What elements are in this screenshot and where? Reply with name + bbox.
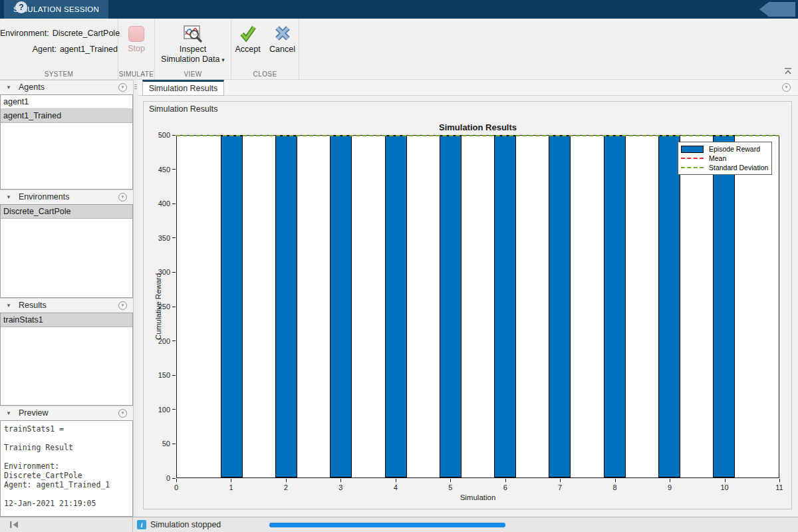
cancel-x-icon	[274, 25, 291, 42]
agent-label: Agent:	[0, 41, 57, 57]
collapse-panel-icon[interactable]	[9, 521, 19, 529]
x-tick-mark	[670, 479, 670, 482]
legend-entry: Episode Reward	[681, 144, 769, 154]
panel-actions-icon[interactable]: ▼	[118, 83, 127, 92]
minimize-toolstrip-icon[interactable]	[783, 67, 793, 75]
stop-button[interactable]: Stop	[118, 26, 154, 53]
x-tick-label: 11	[766, 483, 793, 491]
environment-value: Discrete_CartPole	[53, 25, 120, 41]
environment-row: Environment: Discrete_CartPole	[0, 25, 118, 41]
bar-episode-reward	[604, 136, 626, 477]
bar-episode-reward	[330, 136, 352, 477]
help-button[interactable]	[759, 2, 795, 17]
x-tick-mark	[560, 479, 561, 482]
document-area: Simulation Results ▼ Simulation Results …	[138, 80, 798, 517]
sidebar-splitter[interactable]	[133, 80, 138, 517]
document-tab-bar: Simulation Results ▼	[138, 80, 798, 96]
toolstrip: Environment: Discrete_CartPole Agent: ag…	[0, 19, 798, 80]
x-tick-label: 8	[602, 483, 628, 491]
simulation-results-panel-title: Simulation Results	[144, 102, 791, 116]
results-panel-header[interactable]: ▼ Results ▼	[0, 298, 133, 313]
bar-episode-reward	[440, 136, 462, 477]
agents-panel-header[interactable]: ▼ Agents ▼	[0, 80, 133, 94]
y-tick-mark	[172, 340, 176, 341]
simulation-results-chart: Simulation Results Cumulative Reward 050…	[144, 116, 791, 509]
y-tick-mark	[172, 135, 176, 136]
list-item[interactable]: trainStats1	[1, 313, 132, 327]
y-tick-mark	[172, 375, 176, 376]
x-tick-label: 1	[217, 483, 244, 491]
list-item[interactable]: agent1	[1, 95, 132, 109]
status-message: Simulation stopped	[150, 520, 221, 529]
agents-list: agent1agent1_Trained	[0, 94, 133, 190]
environments-panel-header[interactable]: ▼ Environments ▼	[0, 190, 133, 204]
list-item[interactable]: agent1_Trained	[1, 109, 132, 123]
panel-actions-icon[interactable]: ▼	[118, 193, 127, 201]
panel-actions-icon[interactable]: ▼	[118, 301, 127, 310]
y-tick-label: 200	[158, 337, 170, 345]
x-tick-mark	[231, 479, 231, 482]
preview-panel-title: Preview	[19, 408, 48, 418]
bar-episode-reward	[549, 136, 571, 477]
legend-entry: Mean	[681, 154, 769, 163]
environment-label: Environment:	[0, 25, 49, 41]
simulation-results-panel: Simulation Results Simulation Results Cu…	[143, 101, 792, 509]
y-tick-mark	[172, 409, 176, 410]
group-label-system: SYSTEM	[0, 70, 118, 78]
statusbar-left-section	[0, 517, 133, 532]
app-window: SIMULATION SESSION ? Environment: Discre…	[0, 0, 798, 532]
legend-label: Mean	[709, 154, 726, 162]
tab-simulation-results[interactable]: Simulation Results	[142, 80, 224, 96]
toolstrip-group-close: Accept Cancel CLOSE	[231, 19, 299, 80]
legend-label: Standard Deviation	[709, 164, 768, 172]
agent-value: agent1_Trained	[60, 41, 118, 57]
chart-title: Simulation Results	[176, 122, 779, 132]
legend-dashed-line-swatch	[681, 167, 704, 168]
y-tick-label: 0	[166, 474, 170, 482]
x-tick-label: 5	[437, 483, 464, 491]
plot-area	[176, 135, 779, 478]
titlebar: SIMULATION SESSION ?	[0, 0, 798, 19]
inspect-simulation-data-icon	[183, 23, 203, 43]
list-item[interactable]: Discrete_CartPole	[1, 205, 132, 219]
x-tick-label: 0	[163, 483, 190, 491]
preview-panel-header[interactable]: ▼ Preview ▼	[0, 406, 133, 420]
collapse-triangle-icon: ▼	[6, 299, 11, 313]
help-icon[interactable]: ?	[15, 1, 27, 13]
toolstrip-group-view: Inspect Simulation Data▾ VIEW	[155, 19, 231, 80]
y-tick-mark	[172, 307, 176, 307]
progress-bar	[269, 523, 505, 527]
y-tick-label: 400	[158, 200, 170, 207]
stop-button-label: Stop	[118, 44, 154, 53]
results-list: trainStats1	[0, 313, 133, 406]
group-label-view: VIEW	[155, 70, 231, 78]
info-icon: i	[137, 520, 146, 529]
document-actions-icon[interactable]: ▼	[782, 83, 791, 92]
results-panel-title: Results	[19, 301, 47, 310]
bar-episode-reward	[494, 136, 516, 477]
bar-episode-reward	[221, 136, 243, 477]
y-tick-label: 350	[158, 234, 170, 242]
y-tick-mark	[172, 237, 176, 238]
x-tick-mark	[450, 479, 451, 482]
x-tick-label: 9	[656, 483, 683, 491]
inspect-label-line1: Inspect	[155, 45, 231, 55]
y-tick-label: 300	[158, 268, 170, 276]
inspect-simulation-data-button[interactable]: Inspect Simulation Data▾	[155, 23, 231, 65]
collapse-triangle-icon: ▼	[6, 406, 11, 420]
x-tick-mark	[779, 479, 780, 482]
y-tick-label: 100	[158, 406, 170, 414]
bar-episode-reward	[713, 136, 735, 477]
x-axis-label: Simulation	[176, 493, 779, 501]
environments-panel-title: Environments	[19, 192, 69, 201]
agent-row: Agent: agent1_Trained	[0, 41, 118, 57]
x-tick-label: 6	[492, 483, 519, 491]
legend-bar-swatch	[681, 146, 704, 153]
bar-episode-reward	[658, 136, 680, 477]
y-tick-label: 250	[158, 303, 170, 311]
legend-entry: Standard Deviation	[681, 163, 769, 172]
environments-list: Discrete_CartPole	[0, 204, 133, 298]
legend-dashed-line-swatch	[681, 158, 704, 159]
panel-actions-icon[interactable]: ▼	[118, 409, 127, 418]
dropdown-caret-icon: ▾	[221, 57, 225, 63]
